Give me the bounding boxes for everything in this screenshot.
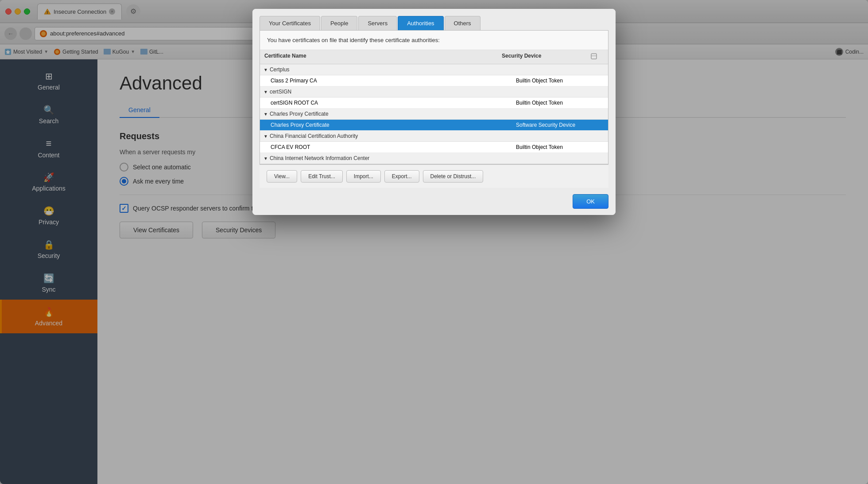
charles-group-label: Charles Proxy Certificate <box>270 111 329 117</box>
cnnic-group-label: China Internet Network Information Cente… <box>270 155 369 161</box>
tab-servers[interactable]: Servers <box>358 16 397 30</box>
col-header-name: Certificate Name <box>264 53 502 61</box>
cert-tree: ▼ Certplus Class 2 Primary CA Builtin Ob… <box>260 64 608 164</box>
modal-body: You have certificates on file that ident… <box>260 30 608 164</box>
edit-trust-button[interactable]: Edit Trust... <box>301 170 343 183</box>
cert-name-charles-proxy: Charles Proxy Certificate <box>271 122 516 128</box>
cert-table-header: Certificate Name Security Device <box>260 50 608 64</box>
expand-arrow-cfca: ▼ <box>264 134 268 139</box>
certificate-manager-modal: Your Certificates People Servers Authori… <box>252 9 616 215</box>
cert-device-class2: Builtin Object Token <box>516 78 604 84</box>
tab-authorities[interactable]: Authorities <box>398 16 443 30</box>
cert-name-class2: Class 2 Primary CA <box>271 78 516 84</box>
cert-row-class2[interactable]: Class 2 Primary CA Builtin Object Token <box>260 75 608 86</box>
expand-arrow-charles: ▼ <box>264 112 268 117</box>
certsign-group-label: certSIGN <box>270 89 291 95</box>
tab-people[interactable]: People <box>321 16 357 30</box>
cert-row-charles-proxy[interactable]: Charles Proxy Certificate Software Secur… <box>260 120 608 131</box>
cert-group-certsign[interactable]: ▼ certSIGN <box>260 86 608 98</box>
cert-group-cfca[interactable]: ▼ China Financial Certification Authorit… <box>260 131 608 142</box>
delete-distrust-button[interactable]: Delete or Distrust... <box>423 170 484 183</box>
cert-device-certsign-root: Builtin Object Token <box>516 100 604 106</box>
import-button[interactable]: Import... <box>346 170 381 183</box>
cert-name-certsign-root: certSIGN ROOT CA <box>271 100 516 106</box>
cert-row-certsign-root[interactable]: certSIGN ROOT CA Builtin Object Token <box>260 98 608 109</box>
cfca-group-label: China Financial Certification Authority <box>270 133 358 139</box>
certplus-group-label: Certplus <box>270 66 290 73</box>
cert-device-charles-proxy: Software Security Device <box>516 122 604 128</box>
tab-others[interactable]: Others <box>445 16 480 30</box>
cert-group-charles[interactable]: ▼ Charles Proxy Certificate <box>260 109 608 120</box>
cert-name-cfca-ev: CFCA EV ROOT <box>271 144 516 150</box>
expand-arrow-cnnic: ▼ <box>264 156 268 161</box>
ok-button[interactable]: OK <box>573 194 608 209</box>
modal-overlay[interactable]: Your Certificates People Servers Authori… <box>0 0 868 484</box>
modal-footer: OK <box>252 188 616 215</box>
expand-arrow-certsign: ▼ <box>264 90 268 94</box>
svg-rect-10 <box>591 54 597 59</box>
export-button[interactable]: Export... <box>384 170 419 183</box>
cert-group-certplus[interactable]: ▼ Certplus <box>260 64 608 75</box>
cert-group-cnnic[interactable]: ▼ China Internet Network Information Cen… <box>260 153 608 164</box>
expand-arrow-certplus: ▼ <box>264 67 268 72</box>
view-button[interactable]: View... <box>267 170 297 183</box>
cert-row-cfca-ev[interactable]: CFCA EV ROOT Builtin Object Token <box>260 142 608 153</box>
col-header-actions <box>590 53 604 61</box>
modal-tabs: Your Certificates People Servers Authori… <box>252 9 616 30</box>
tab-your-certificates[interactable]: Your Certificates <box>260 16 320 30</box>
modal-description: You have certificates on file that ident… <box>260 31 608 50</box>
cert-device-cfca-ev: Builtin Object Token <box>516 144 604 150</box>
modal-actions: View... Edit Trust... Import... Export..… <box>260 164 608 188</box>
col-header-device: Security Device <box>502 53 590 61</box>
